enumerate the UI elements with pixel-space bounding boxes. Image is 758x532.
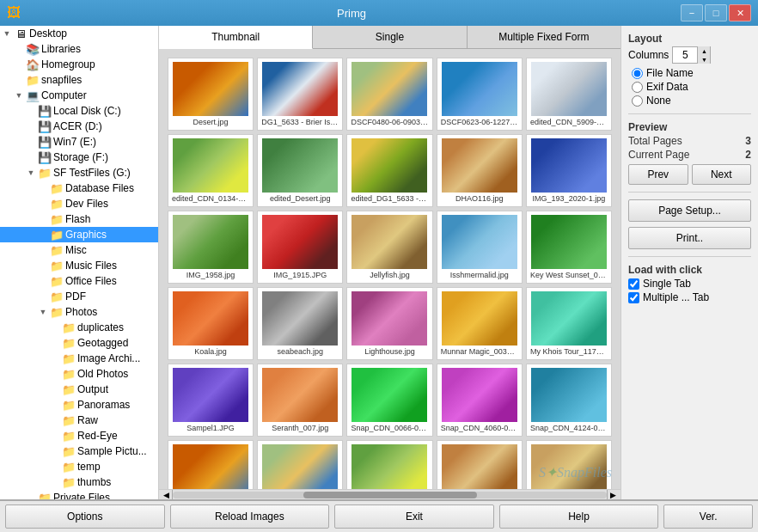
expander-desktop[interactable]: ▼ <box>0 27 14 40</box>
print-button[interactable]: Print.. <box>628 227 751 249</box>
thumbnail-17[interactable]: seabeach.jpg <box>257 287 343 360</box>
sidebar-item-samplepictures[interactable]: 📁Sample Pictu... <box>0 443 158 459</box>
radio-exifdata[interactable]: Exif Data <box>632 81 751 93</box>
next-button[interactable]: Next <box>692 164 752 185</box>
checkbox-input-multipletab[interactable] <box>628 292 639 303</box>
sidebar-item-computer[interactable]: ▼💻Computer <box>0 88 158 103</box>
checkbox-multipletab[interactable]: Multiple ... Tab <box>628 291 751 303</box>
prev-button[interactable]: Prev <box>628 164 688 185</box>
thumbnail-19[interactable]: Munnar Magic_0039365... <box>437 287 523 360</box>
sidebar-item-pdf[interactable]: 📁PDF <box>0 289 158 304</box>
expander-photos[interactable]: ▼ <box>36 305 50 319</box>
sidebar-item-libraries[interactable]: 📚Libraries <box>0 41 158 57</box>
tab-multiplefixed[interactable]: Multiple Fixed Form <box>468 26 620 48</box>
thumbnail-1[interactable]: Desert.jpg <box>168 58 254 131</box>
expander-pdf[interactable] <box>36 290 50 303</box>
radio-filename[interactable]: File Name <box>632 67 751 79</box>
thumbnail-14[interactable]: Isshmermalid.jpg <box>437 211 523 284</box>
thumbnail-25[interactable]: Snap_CDN_4124-06-062... <box>526 364 612 437</box>
expander-devfiles[interactable] <box>36 197 50 211</box>
sidebar-item-misc[interactable]: 📁Misc <box>0 242 158 258</box>
help-button[interactable]: Help <box>499 504 659 529</box>
expander-musicfiles[interactable] <box>36 259 50 272</box>
sidebar-item-officefiles[interactable]: 📁Office Files <box>0 273 158 289</box>
thumbnail-16[interactable]: Koala.jpg <box>168 287 254 360</box>
thumbnail-26[interactable]: Snap_CDN_6416-06-072... <box>168 440 254 489</box>
expander-win7e[interactable] <box>24 135 38 149</box>
expander-panoramas[interactable] <box>48 398 62 412</box>
tab-single[interactable]: Single <box>313 26 467 48</box>
checkbox-singletab[interactable]: Single Tab <box>628 278 751 290</box>
horizontal-scrollbar[interactable]: ◀ ▶ <box>159 489 620 499</box>
thumbnail-21[interactable]: Sampel1.JPG <box>168 364 254 437</box>
expander-computer[interactable]: ▼ <box>12 89 26 102</box>
thumbnail-15[interactable]: Key West Sunset_06440... <box>526 211 612 284</box>
expander-acerd[interactable] <box>24 119 38 133</box>
sidebar-item-output[interactable]: 📁Output <box>0 382 158 397</box>
thumbnail-29[interactable]: Snap_CDN_51441_42.JPG <box>437 440 523 489</box>
expander-geotagged[interactable] <box>48 336 62 350</box>
sidebar-item-panoramas[interactable]: 📁Panoramas <box>0 397 158 413</box>
expander-sftestg[interactable]: ▼ <box>24 166 38 180</box>
thumbnail-28[interactable]: Snap_DG0-200-fmg_4291... <box>346 440 432 489</box>
thumbnail-9[interactable]: DHAO116.jpg <box>437 134 523 207</box>
scrollbar-thumb[interactable] <box>303 492 477 498</box>
radio-input-filename[interactable] <box>632 68 643 79</box>
sidebar-item-sftestg[interactable]: ▼📁SF TestFiles (G:) <box>0 165 158 180</box>
expander-thumbs[interactable] <box>48 475 62 489</box>
sidebar-item-desktop[interactable]: ▼🖥Desktop <box>0 26 158 41</box>
exit-button[interactable]: Exit <box>334 504 494 529</box>
expander-storagef[interactable] <box>24 150 38 164</box>
tab-thumbnail[interactable]: Thumbnail <box>159 26 313 49</box>
spinner-up-btn[interactable]: ▲ <box>698 46 710 55</box>
columns-spinner[interactable]: ▲ ▼ <box>672 46 711 64</box>
expander-database[interactable] <box>36 181 50 195</box>
expander-raw[interactable] <box>48 413 62 427</box>
thumbnail-20[interactable]: My Khois Tour_117440... <box>526 287 612 360</box>
scroll-left-btn[interactable]: ◀ <box>161 490 173 500</box>
options-button[interactable]: Options <box>5 504 165 529</box>
sidebar-item-storagef[interactable]: 💾Storage (F:) <box>0 150 158 165</box>
sidebar-item-duplicates[interactable]: 📁duplicates <box>0 320 158 335</box>
expander-samplepictures[interactable] <box>48 444 62 458</box>
ver-button[interactable]: Ver. <box>663 504 753 529</box>
expander-duplicates[interactable] <box>48 321 62 334</box>
expander-private[interactable] <box>24 491 38 499</box>
sidebar-item-temp[interactable]: 📁temp <box>0 459 158 474</box>
minimize-button[interactable]: − <box>681 4 703 21</box>
thumbnail-10[interactable]: IMG_193_2020-1.jpg <box>526 134 612 207</box>
radio-none[interactable]: None <box>632 95 751 107</box>
sidebar-item-private[interactable]: 📁Private Files <box>0 490 158 499</box>
expander-homegroup[interactable] <box>12 58 26 71</box>
expander-localc[interactable] <box>24 104 38 118</box>
expander-output[interactable] <box>48 382 62 396</box>
sidebar-item-graphics[interactable]: 📁Graphics <box>0 227 158 242</box>
sidebar-item-win7e[interactable]: 💾Win7 (E:) <box>0 134 158 150</box>
thumbnail-6[interactable]: edited_CDN_0134-12-09... <box>168 134 254 207</box>
expander-imageArchive[interactable] <box>48 352 62 365</box>
thumbnail-area[interactable]: Desert.jpgDG1_5633 - Brier Island...DSCF… <box>159 49 620 489</box>
sidebar-item-localc[interactable]: 💾Local Disk (C:) <box>0 103 158 119</box>
thumbnail-3[interactable]: DSCF0480-06-0903.JPG <box>346 58 432 131</box>
sidebar-item-raw[interactable]: 📁Raw <box>0 413 158 428</box>
radio-input-none[interactable] <box>632 95 643 107</box>
sidebar-item-imageArchive[interactable]: 📁Image Archi... <box>0 351 158 366</box>
maximize-button[interactable]: □ <box>705 4 727 21</box>
thumbnail-27[interactable]: Snap_D-170_7036.JPG <box>257 440 343 489</box>
expander-libraries[interactable] <box>12 42 26 56</box>
scroll-right-btn[interactable]: ▶ <box>607 490 619 500</box>
radio-input-exifdata[interactable] <box>632 82 643 93</box>
spinner-down-btn[interactable]: ▼ <box>698 55 710 64</box>
page-setup-button[interactable]: Page Setup... <box>628 199 751 222</box>
expander-temp[interactable] <box>48 460 62 474</box>
columns-input[interactable] <box>673 49 697 61</box>
sidebar-item-devfiles[interactable]: 📁Dev Files <box>0 196 158 211</box>
thumbnail-13[interactable]: Jellyfish.jpg <box>346 211 432 284</box>
thumbnail-24[interactable]: Snap_CDN_4060-06-062... <box>437 364 523 437</box>
thumbnail-23[interactable]: Snap_CDN_0066-06-040... <box>346 364 432 437</box>
checkbox-input-singletab[interactable] <box>628 278 639 290</box>
sidebar-item-homegroup[interactable]: 🏠Homegroup <box>0 57 158 72</box>
thumbnail-5[interactable]: edited_CDN_5909-11-06... <box>526 58 612 131</box>
sidebar-item-redeye[interactable]: 📁Red-Eye <box>0 428 158 443</box>
expander-flash[interactable] <box>36 212 50 226</box>
